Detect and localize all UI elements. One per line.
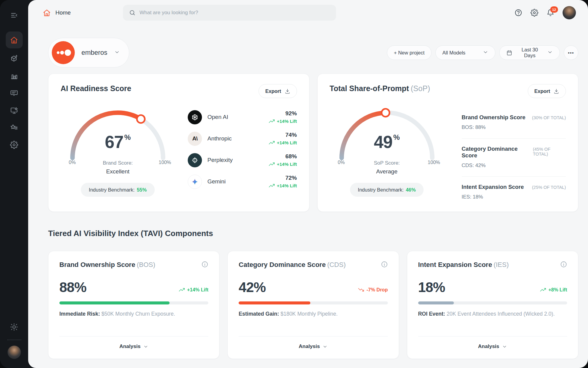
score-cards-row: AI Readiness Score Export: [48, 74, 578, 212]
collapse-sidebar-button[interactable]: [7, 8, 21, 22]
card-footer: Analysis: [239, 336, 388, 352]
models-filter-dropdown[interactable]: All Models: [435, 45, 495, 60]
toolbar-row: emberos + New project All Models Last 30…: [48, 38, 578, 68]
home-icon: [10, 36, 18, 44]
model-row-anthropic: A\ Anthropic 74% +14% Lift: [188, 130, 297, 147]
model-row-perplexity: Perplexity 68% +14% Lift: [188, 151, 297, 169]
card-title: Category Dominance Score(CDS): [239, 261, 345, 269]
model-score: 68% +14% Lift: [269, 153, 297, 167]
card-body: 49% 0% 100% SoP Score: Average Industry …: [330, 107, 566, 208]
info-button[interactable]: [381, 261, 388, 268]
description: ROI Event: 20K Event Attendees Influence…: [418, 311, 567, 317]
info-icon: [381, 261, 388, 268]
card-header: Category Dominance Score(CDS): [239, 261, 388, 269]
project-name: emberos: [81, 49, 107, 57]
search-icon: [129, 9, 136, 16]
calendar-icon: [506, 50, 512, 56]
theme-toggle-button[interactable]: [7, 320, 21, 334]
export-label: Export: [265, 88, 281, 94]
project-selector[interactable]: emberos: [48, 38, 129, 67]
sop-breakdown-list: Brand Ownership Score(30% OF TOTAL) BOS:…: [444, 107, 566, 208]
sidebar-item-messages[interactable]: [7, 86, 21, 100]
new-project-label: + New project: [394, 50, 424, 56]
value-row: 42% -7% Drop: [239, 279, 388, 295]
info-button[interactable]: [560, 261, 567, 268]
new-box-icon: [10, 54, 18, 63]
trending-up-icon: [269, 183, 275, 189]
export-button[interactable]: Export: [259, 84, 297, 98]
sop-gauge: 49% 0% 100% SoP Score: Average: [335, 107, 438, 179]
help-button[interactable]: [514, 9, 522, 17]
gear-icon: [530, 9, 538, 17]
analysis-toggle[interactable]: Analysis: [418, 341, 567, 352]
card-header: Total Share-of-Prompt(SoP) Export: [330, 84, 566, 98]
settings-button[interactable]: [530, 9, 538, 17]
download-icon: [553, 88, 559, 94]
search-input[interactable]: [140, 10, 330, 16]
tavi-cards-row: Brand Ownership Score(BOS) 88% +14% Lift…: [48, 251, 578, 359]
emberos-logo-icon: [52, 41, 75, 64]
sidebar-item-monitoring[interactable]: [7, 103, 21, 117]
gemini-logo-icon: [188, 175, 202, 189]
date-range-label: Last 30 Days: [516, 47, 544, 58]
sidebar-nav: [6, 31, 23, 152]
sidebar-footer: [7, 320, 21, 359]
trending-down-icon: [358, 287, 364, 293]
model-row-openai: Open AI 92% +14% Lift: [188, 108, 297, 126]
content-area: emberos + New project All Models Last 30…: [28, 25, 588, 368]
chevron-down-icon: [322, 344, 328, 349]
settings-icon: [10, 141, 18, 149]
gauge-caption: SoP Score: Average: [335, 160, 438, 175]
card-title: Intent Expansion Score(IES): [418, 261, 509, 269]
perplexity-logo-icon: [188, 153, 202, 167]
notifications-button[interactable]: 12: [547, 9, 554, 17]
user-avatar[interactable]: [563, 6, 576, 19]
progress-fill: [59, 301, 170, 304]
more-options-button[interactable]: •••: [564, 45, 578, 60]
readiness-gauge-block: 67% 0% 100% Brand Score: Excellent Indus…: [61, 107, 175, 197]
breakdown-item-cds: Category Dominance Score(45% OF TOTAL) C…: [462, 139, 566, 177]
models-filter-label: All Models: [442, 50, 465, 56]
topbar: Home 12: [28, 0, 588, 25]
chevron-down-icon: [114, 49, 120, 56]
model-score: 72% +14% Lift: [269, 175, 297, 189]
chevron-down-icon: [547, 49, 553, 56]
new-project-button[interactable]: + New project: [387, 45, 431, 60]
model-score-list: Open AI 92% +14% Lift A\ Anthropic: [175, 107, 297, 197]
readiness-gauge: 67% 0% 100% Brand Score: Excellent: [66, 107, 169, 179]
sidebar-item-home[interactable]: [6, 31, 23, 48]
breakdown-item-ies: Intent Expansion Score(25% OF TOTAL) IES…: [462, 177, 566, 208]
bar-chart-icon: [10, 72, 18, 80]
gauge-value: 49%: [335, 132, 438, 152]
description: Estimated Gain: $180K Monthly Pipeline.: [239, 311, 388, 317]
openai-logo-icon: [188, 110, 202, 124]
analysis-toggle[interactable]: Analysis: [239, 341, 388, 352]
toolbar-actions: + New project All Models Last 30 Days ••…: [387, 45, 578, 60]
sidebar-user-avatar[interactable]: [8, 346, 21, 359]
trending-up-icon: [269, 118, 275, 124]
sidebar-item-settings[interactable]: [7, 137, 21, 152]
topbar-actions: 12: [514, 6, 576, 19]
card-body: 67% 0% 100% Brand Score: Excellent Indus…: [61, 107, 297, 197]
sidebar-item-new-project[interactable]: [7, 51, 21, 66]
trending-up-icon: [269, 140, 275, 146]
sop-gauge-block: 49% 0% 100% SoP Score: Average Industry …: [330, 107, 444, 208]
breadcrumb: Home: [43, 9, 71, 17]
industry-benchmark-badge: Industry Benchmark: 46%: [350, 183, 424, 197]
export-button[interactable]: Export: [528, 84, 566, 98]
info-button[interactable]: [201, 261, 208, 268]
score-value: 42%: [239, 279, 266, 295]
sidebar-item-analytics[interactable]: [7, 68, 21, 83]
card-title: AI Readiness Score: [61, 84, 131, 93]
score-value: 18%: [418, 279, 445, 295]
anthropic-logo-icon: A\: [188, 132, 202, 146]
trending-up-icon: [540, 287, 546, 293]
date-range-dropdown[interactable]: Last 30 Days: [499, 45, 560, 60]
home-icon: [43, 9, 51, 17]
info-icon: [560, 261, 567, 268]
card-header: Intent Expansion Score(IES): [418, 261, 567, 269]
analysis-toggle[interactable]: Analysis: [59, 341, 208, 352]
card-header: AI Readiness Score Export: [61, 84, 297, 98]
sidebar-item-favorites[interactable]: [7, 120, 21, 135]
model-score: 92% +14% Lift: [269, 110, 297, 124]
